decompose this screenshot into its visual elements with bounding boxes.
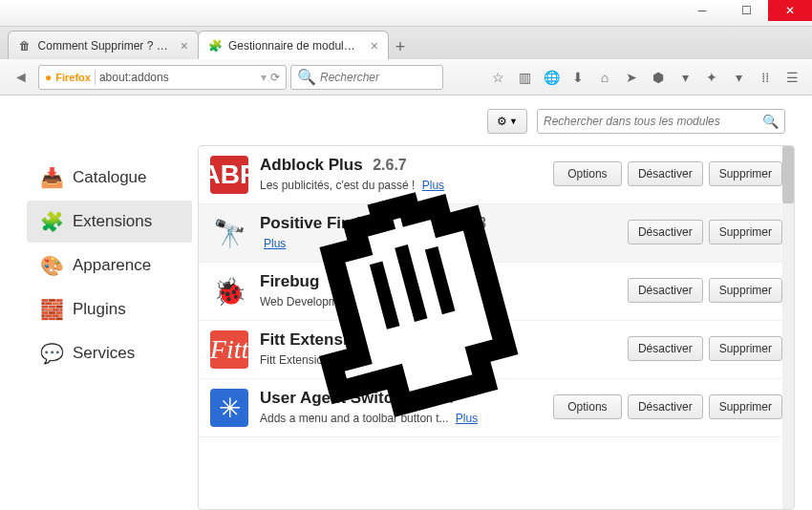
sidebar-item-services[interactable]: 💬 Services [27, 332, 192, 374]
addon-name: Adblock Plus [260, 156, 363, 174]
identity-label: Firefox [55, 72, 91, 83]
back-button[interactable]: ◄ [8, 64, 34, 91]
reading-list-icon[interactable]: ▥ [512, 65, 537, 90]
sidebar-item-label: Catalogue [73, 168, 147, 187]
trash-icon: 🗑 [18, 38, 32, 53]
address-text: about:addons [99, 71, 257, 84]
send-icon[interactable]: ➤ [619, 65, 644, 90]
close-icon[interactable]: × [371, 38, 378, 53]
remove-button[interactable]: Supprimer [709, 278, 782, 303]
sidebar-item-apparence[interactable]: 🎨 Apparence [27, 244, 192, 287]
addon-row[interactable]: ✳ User Agent Switcher 0.7. Adds a menu a… [199, 379, 794, 437]
addon-version: 2.6.7 [373, 157, 407, 173]
sidebar-item-plugins[interactable]: 🧱 Plugins [27, 288, 192, 330]
globe-icon[interactable]: 🌐 [539, 65, 564, 90]
plugins-icon: 🧱 [40, 298, 63, 321]
addon-description: Web Development [260, 295, 354, 308]
bookmark-star-icon[interactable]: ☆ [485, 65, 510, 90]
addon-list: ABP Adblock Plus 2.6.7 Les publicités, c… [198, 145, 795, 510]
positive-finds-icon: 🔭 [210, 214, 248, 252]
disable-button[interactable]: Désactiver [628, 336, 703, 361]
firefox-icon: ● [45, 71, 52, 84]
addon-search-input[interactable] [544, 115, 762, 128]
tab-addons-manager[interactable]: 🧩 Gestionnaire de modules c... × [198, 31, 389, 59]
options-button[interactable]: Options [553, 161, 622, 186]
sidebar-item-label: Plugins [73, 300, 126, 319]
disable-button[interactable]: Désactiver [628, 394, 703, 419]
apps-icon[interactable]: ⁞⁞ [753, 65, 778, 90]
disable-button[interactable]: Désactiver [628, 161, 703, 186]
remove-button[interactable]: Supprimer [709, 336, 782, 361]
fitt-extension-icon: Fitt [210, 330, 248, 369]
addon-description: Adds a menu and a toolbar button t... [260, 412, 448, 425]
search-bar[interactable]: 🔍 [290, 65, 443, 90]
user-agent-switcher-icon: ✳ [210, 389, 248, 427]
firebug-icon: 🐞 [210, 272, 248, 310]
dropdown-icon[interactable]: ▾ [726, 65, 751, 90]
addon-sidebar: 📥 Catalogue 🧩 Extensions 🎨 Apparence 🧱 P… [21, 96, 198, 510]
options-button[interactable]: Options [553, 394, 622, 419]
sidebar-item-label: Extensions [73, 212, 152, 231]
tab-title: Gestionnaire de modules c... [228, 39, 361, 53]
addon-search-bar[interactable]: 🔍 [537, 109, 785, 134]
addon-version: 0.7. [428, 390, 454, 406]
sidebar-item-label: Apparence [73, 256, 151, 275]
chevron-down-icon: ▼ [509, 117, 518, 126]
addon-name: Firebug [260, 272, 319, 290]
dropdown-icon[interactable]: ▾ [261, 71, 267, 84]
url-bar[interactable]: ● Firefox about:addons ▾ ⟳ [38, 65, 287, 90]
services-icon: 💬 [40, 342, 63, 365]
more-link[interactable]: Plus [264, 237, 286, 250]
catalogue-icon: 📥 [40, 166, 63, 189]
download-icon[interactable]: ⬇ [566, 65, 590, 90]
window-minimize-button[interactable]: ─ [680, 0, 724, 21]
tool-icon[interactable]: ✦ [699, 65, 724, 90]
appearance-icon: 🎨 [40, 254, 63, 277]
sidebar-item-label: Services [73, 344, 135, 363]
sidebar-item-extensions[interactable]: 🧩 Extensions [27, 201, 192, 243]
addon-name: User Agent Switcher [260, 389, 418, 407]
search-icon: 🔍 [297, 68, 316, 86]
extensions-icon: 🧩 [40, 210, 63, 233]
dropdown-icon[interactable]: ▾ [673, 65, 697, 90]
tools-dropdown[interactable]: ⚙ ▼ [487, 109, 527, 134]
addon-row[interactable]: Fitt Fitt Extension Fitt Extension fo Dé… [199, 321, 794, 379]
scrollbar-thumb[interactable] [782, 146, 794, 203]
gear-icon: ⚙ [497, 115, 507, 128]
addon-description: Fitt Extension fo [260, 353, 342, 367]
tab-title: Comment Supprimer ? Net... [38, 39, 171, 53]
more-link[interactable]: Plus [422, 179, 444, 192]
disable-button[interactable]: Désactiver [628, 278, 703, 303]
scrollbar-track[interactable] [782, 146, 794, 509]
window-maximize-button[interactable]: ☐ [724, 0, 768, 21]
search-input[interactable] [320, 71, 437, 84]
addon-row[interactable]: ABP Adblock Plus 2.6.7 Les publicités, c… [199, 146, 794, 204]
close-icon[interactable]: × [181, 38, 188, 53]
addon-version: 2.0.5455.24478 [380, 215, 486, 231]
addon-row[interactable]: 🐞 Firebug Web Development Désactiver Sup… [199, 263, 794, 321]
tab-comment-supprimer[interactable]: 🗑 Comment Supprimer ? Net... × [8, 31, 199, 59]
remove-button[interactable]: Supprimer [709, 161, 782, 186]
nav-toolbar: ◄ ● Firefox about:addons ▾ ⟳ 🔍 ☆ ▥ 🌐 ⬇ ⌂… [0, 59, 812, 96]
addon-row[interactable]: 🔭 Positive Finds 2.0.5455.24478 Plus Dés… [199, 204, 794, 263]
search-icon[interactable]: 🔍 [762, 114, 779, 129]
adblock-plus-icon: ABP [210, 156, 248, 194]
addon-description: Les publicités, c'est du passé ! [260, 179, 415, 192]
remove-button[interactable]: Supprimer [709, 394, 782, 419]
home-icon[interactable]: ⌂ [592, 65, 617, 90]
remove-button[interactable]: Supprimer [709, 220, 782, 244]
reload-icon[interactable]: ⟳ [270, 71, 280, 84]
more-link[interactable]: Plus [456, 412, 478, 425]
abp-icon[interactable]: ⬢ [646, 65, 671, 90]
puzzle-icon: 🧩 [208, 38, 223, 53]
menu-icon[interactable]: ☰ [780, 65, 804, 90]
addon-name: Fitt Extension [260, 330, 367, 349]
tab-bar: 🗑 Comment Supprimer ? Net... × 🧩 Gestion… [0, 27, 812, 59]
addon-name: Positive Finds [260, 214, 370, 232]
new-tab-button[interactable]: + [388, 34, 413, 59]
window-close-button[interactable]: ✕ [768, 0, 812, 21]
disable-button[interactable]: Désactiver [628, 220, 703, 244]
sidebar-item-catalogue[interactable]: 📥 Catalogue [27, 157, 192, 199]
